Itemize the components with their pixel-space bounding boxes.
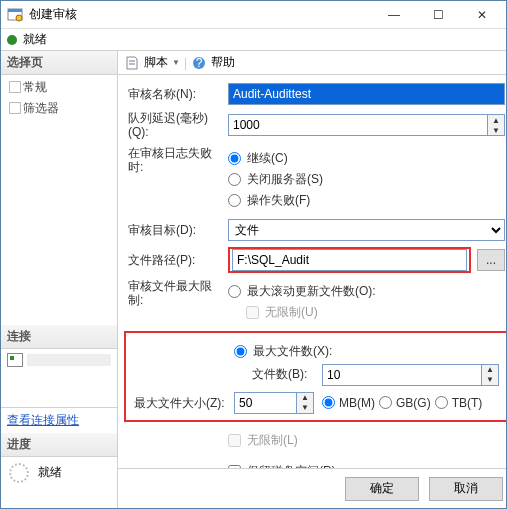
tree-filter[interactable]: 筛选器 xyxy=(5,98,113,119)
filepath-input[interactable] xyxy=(232,249,467,271)
form-area: 审核名称(N): 队列延迟(毫秒)(Q): ▲▼ 在审核日志失败时: 继续(C)… xyxy=(118,75,506,468)
help-icon: ? xyxy=(191,55,207,71)
connection-header: 连接 xyxy=(1,325,117,349)
queue-delay-input[interactable] xyxy=(228,114,487,136)
onfail-continue-radio[interactable] xyxy=(228,152,241,165)
view-conn-props-link[interactable]: 查看连接属性 xyxy=(1,408,85,433)
onfail-failop-radio[interactable] xyxy=(228,194,241,207)
toolbar: 脚本 ▼ | ? 帮助 xyxy=(118,51,506,75)
maxroll-radio[interactable] xyxy=(228,285,241,298)
filecount-spinner[interactable]: ▲▼ xyxy=(481,364,499,386)
progress-text: 就绪 xyxy=(38,465,62,479)
connection-name xyxy=(27,354,111,366)
maxfiles-highlight: 最大文件数(X): 文件数(B): ▲▼ 最大文件大小(Z): xyxy=(124,331,506,422)
audit-name-label: 审核名称(N): xyxy=(128,87,228,101)
maxsize-input[interactable] xyxy=(234,392,296,414)
onfail-shutdown-radio[interactable] xyxy=(228,173,241,186)
dialog-window: 创建审核 — ☐ ✕ 就绪 选择页 常规 筛选器 连接 查看连接 xyxy=(0,0,507,509)
maxfiles-radio[interactable] xyxy=(234,345,247,358)
cancel-button[interactable]: 取消 xyxy=(429,477,503,501)
size-tb-radio[interactable] xyxy=(435,396,448,409)
server-icon xyxy=(7,353,23,367)
progress-header: 进度 xyxy=(1,433,117,457)
window-title: 创建审核 xyxy=(29,6,372,23)
connection-panel xyxy=(1,349,117,407)
tree-general[interactable]: 常规 xyxy=(5,77,113,98)
select-page-header: 选择页 xyxy=(1,51,117,75)
maximize-button[interactable]: ☐ xyxy=(416,1,460,29)
close-button[interactable]: ✕ xyxy=(460,1,504,29)
svg-point-2 xyxy=(16,15,22,21)
status-text: 就绪 xyxy=(23,31,47,48)
maxlimit-label: 审核文件最大限制: xyxy=(128,279,228,308)
filecount-label: 文件数(B): xyxy=(252,366,322,383)
titlebar: 创建审核 — ☐ ✕ xyxy=(1,1,506,29)
filepath-label: 文件路径(P): xyxy=(128,253,228,267)
queue-delay-spinner[interactable]: ▲▼ xyxy=(487,114,505,136)
help-button[interactable]: 帮助 xyxy=(211,54,235,71)
queue-delay-label: 队列延迟(毫秒)(Q): xyxy=(128,111,228,140)
connection-item[interactable] xyxy=(5,351,113,369)
conn-links: 查看连接属性 xyxy=(1,407,117,433)
maxsize-label: 最大文件大小(Z): xyxy=(134,396,234,410)
dialog-body: 选择页 常规 筛选器 连接 查看连接属性 进度 就绪 xyxy=(1,51,506,508)
window-controls: — ☐ ✕ xyxy=(372,1,504,29)
dialog-footer: 确定 取消 xyxy=(118,468,506,508)
size-gb-radio[interactable] xyxy=(379,396,392,409)
minimize-button[interactable]: — xyxy=(372,1,416,29)
right-column: 脚本 ▼ | ? 帮助 审核名称(N): 队列延迟(毫秒)(Q): ▲▼ xyxy=(118,51,506,508)
progress-panel: 就绪 xyxy=(1,457,117,508)
svg-rect-1 xyxy=(8,9,22,12)
app-icon xyxy=(7,7,23,23)
maxsize-spinner[interactable]: ▲▼ xyxy=(296,392,314,414)
onfail-label: 在审核日志失败时: xyxy=(128,146,228,175)
script-button[interactable]: 脚本 xyxy=(144,54,168,71)
target-label: 审核目标(D): xyxy=(128,223,228,237)
script-icon xyxy=(124,55,140,71)
audit-name-input[interactable] xyxy=(228,83,505,105)
status-dot-icon xyxy=(7,35,17,45)
size-mb-radio[interactable] xyxy=(322,396,335,409)
filecount-input[interactable] xyxy=(322,364,481,386)
nolimit2-check xyxy=(228,434,241,447)
ok-button[interactable]: 确定 xyxy=(345,477,419,501)
nolimit1-check xyxy=(246,306,259,319)
target-select[interactable]: 文件 xyxy=(228,219,505,241)
left-column: 选择页 常规 筛选器 连接 查看连接属性 进度 就绪 xyxy=(1,51,118,508)
ready-bar: 就绪 xyxy=(1,29,506,51)
browse-button[interactable]: ... xyxy=(477,249,505,271)
svg-text:?: ? xyxy=(196,56,203,70)
progress-spinner-icon xyxy=(9,463,29,483)
script-dropdown[interactable]: ▼ xyxy=(172,58,180,67)
select-page-tree: 常规 筛选器 xyxy=(1,75,117,325)
filepath-highlight xyxy=(228,247,471,273)
